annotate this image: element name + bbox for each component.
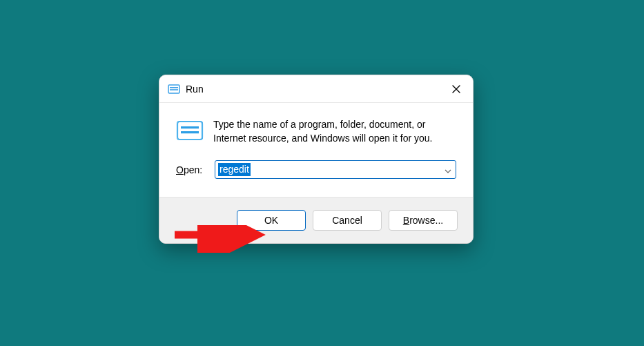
dialog-body: Type the name of a program, folder, docu… (159, 103, 473, 197)
chevron-down-icon[interactable] (445, 164, 451, 175)
svg-rect-0 (168, 85, 179, 93)
run-icon (168, 83, 180, 95)
run-dialog: Run Type the name of a program, folder, … (159, 75, 474, 244)
svg-rect-2 (170, 89, 178, 90)
button-bar: OK Cancel Browse... (159, 197, 473, 243)
titlebar: Run (159, 75, 473, 103)
open-input-value: regedit (218, 163, 251, 176)
cancel-button-label: Cancel (332, 215, 362, 226)
browse-button[interactable]: Browse... (389, 210, 458, 231)
svg-rect-3 (177, 122, 202, 140)
svg-rect-5 (181, 131, 199, 133)
close-button[interactable] (447, 81, 466, 97)
run-large-icon (176, 119, 204, 142)
dialog-description: Type the name of a program, folder, docu… (213, 118, 456, 145)
ok-button[interactable]: OK (237, 210, 306, 231)
open-label: Open: (176, 164, 215, 175)
dialog-title: Run (186, 84, 447, 95)
svg-rect-1 (170, 87, 178, 88)
cancel-button[interactable]: Cancel (313, 210, 382, 231)
open-combobox[interactable]: regedit (215, 160, 456, 179)
close-icon (452, 85, 460, 93)
browse-button-label: Browse... (403, 215, 443, 226)
svg-rect-4 (181, 126, 199, 128)
ok-button-label: OK (264, 215, 278, 226)
